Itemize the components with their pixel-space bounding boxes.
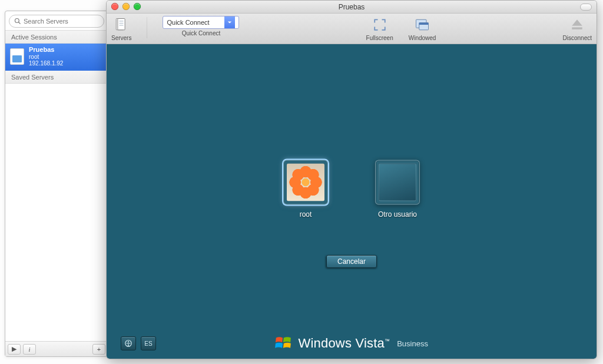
active-sessions-list: Pruebas root 192.168.1.92 bbox=[5, 44, 108, 71]
session-text: Pruebas root 192.168.1.92 bbox=[29, 46, 63, 67]
svg-line-1 bbox=[19, 22, 21, 24]
session-name: Pruebas bbox=[29, 46, 63, 54]
user-avatar-frame bbox=[283, 160, 328, 204]
user-tile-root[interactable]: root bbox=[283, 160, 328, 218]
remote-screen[interactable]: root Otro usuario Cancelar ES bbox=[107, 44, 597, 359]
session-item[interactable]: Pruebas root 192.168.1.92 bbox=[5, 44, 108, 71]
language-button[interactable]: ES bbox=[141, 336, 156, 350]
play-icon: ▶ bbox=[12, 345, 16, 353]
session-ip: 192.168.1.92 bbox=[29, 60, 63, 67]
windows-brand: Windows Vista™ Business bbox=[275, 336, 428, 351]
login-user-tiles: root Otro usuario bbox=[283, 160, 420, 218]
traffic-lights bbox=[111, 3, 141, 10]
brand-edition: Business bbox=[397, 339, 428, 348]
zoom-button[interactable] bbox=[134, 3, 141, 10]
cancel-button[interactable]: Cancelar bbox=[326, 255, 377, 268]
accessibility-icon bbox=[124, 339, 132, 348]
toolbar-servers-label: Servers bbox=[111, 35, 131, 41]
toolbar-windowed-label: Windowed bbox=[409, 35, 436, 41]
toolbar: Servers Quick Connect Fullscreen bbox=[107, 14, 597, 44]
main-window: Pruebas Servers Quick Connect bbox=[106, 0, 597, 359]
window-title: Pruebas bbox=[339, 3, 365, 11]
ease-of-access-button[interactable] bbox=[121, 336, 136, 350]
svg-point-12 bbox=[128, 341, 129, 342]
saved-servers-list bbox=[5, 84, 108, 341]
svg-point-0 bbox=[15, 19, 19, 23]
toolbar-fullscreen[interactable]: Fullscreen bbox=[366, 16, 393, 41]
titlebar[interactable]: Pruebas bbox=[107, 1, 597, 14]
user-tile-other[interactable]: Otro usuario bbox=[375, 160, 420, 218]
search-icon bbox=[14, 18, 21, 25]
user-tile-root-label: root bbox=[300, 210, 312, 218]
session-icon bbox=[10, 48, 24, 65]
minimize-button[interactable] bbox=[122, 3, 130, 10]
quick-connect-label: Quick Connect bbox=[182, 30, 221, 37]
sidebar-footer: ▶ i + bbox=[5, 341, 108, 356]
toolbar-fullscreen-label: Fullscreen bbox=[366, 35, 393, 41]
toolbar-windowed[interactable]: Windowed bbox=[409, 16, 436, 41]
svg-rect-10 bbox=[572, 27, 583, 29]
saved-servers-header: Saved Servers bbox=[5, 71, 108, 84]
brand-product: Windows Vista™ bbox=[299, 336, 390, 351]
close-button[interactable] bbox=[111, 3, 118, 10]
play-button[interactable]: ▶ bbox=[8, 344, 21, 355]
info-icon: i bbox=[28, 346, 30, 353]
search-input[interactable] bbox=[24, 18, 99, 25]
user-avatar-frame bbox=[375, 160, 420, 204]
toolbar-disconnect[interactable]: Disconnect bbox=[563, 16, 592, 41]
eject-icon bbox=[568, 16, 587, 34]
toolbar-quick-connect: Quick Connect bbox=[163, 16, 239, 37]
search-input-wrap[interactable] bbox=[9, 15, 104, 28]
add-button[interactable]: + bbox=[92, 344, 105, 355]
user-tile-other-label: Otro usuario bbox=[378, 210, 417, 218]
session-user: root bbox=[29, 54, 63, 61]
servers-icon bbox=[112, 16, 131, 34]
active-sessions-header: Active Sessions bbox=[5, 31, 108, 44]
svg-rect-9 bbox=[419, 23, 429, 25]
fullscreen-icon bbox=[370, 16, 389, 34]
flower-avatar-icon bbox=[287, 163, 324, 201]
blank-avatar-icon bbox=[379, 163, 416, 201]
chevron-down-icon bbox=[227, 20, 232, 25]
toolbar-disconnect-label: Disconnect bbox=[563, 35, 592, 41]
remote-footer: ES Windows Vista™ Business bbox=[107, 336, 597, 350]
info-button[interactable]: i bbox=[23, 344, 36, 355]
windows-logo-icon bbox=[275, 336, 292, 351]
quick-connect-dropdown[interactable] bbox=[224, 16, 235, 28]
toolbar-servers[interactable]: Servers bbox=[111, 16, 131, 41]
search-bar bbox=[5, 11, 108, 31]
toolbar-separator bbox=[147, 17, 147, 38]
footer-left-buttons: ES bbox=[121, 336, 156, 350]
language-label: ES bbox=[144, 340, 152, 347]
windowed-icon bbox=[413, 16, 432, 34]
sidebar: Active Sessions Pruebas root 192.168.1.9… bbox=[5, 11, 108, 357]
quick-connect-input[interactable] bbox=[163, 19, 224, 26]
toolbar-toggle-pill[interactable] bbox=[580, 4, 592, 11]
quick-connect-combo[interactable] bbox=[163, 16, 239, 29]
svg-rect-3 bbox=[118, 19, 125, 30]
plus-icon: + bbox=[97, 346, 101, 353]
